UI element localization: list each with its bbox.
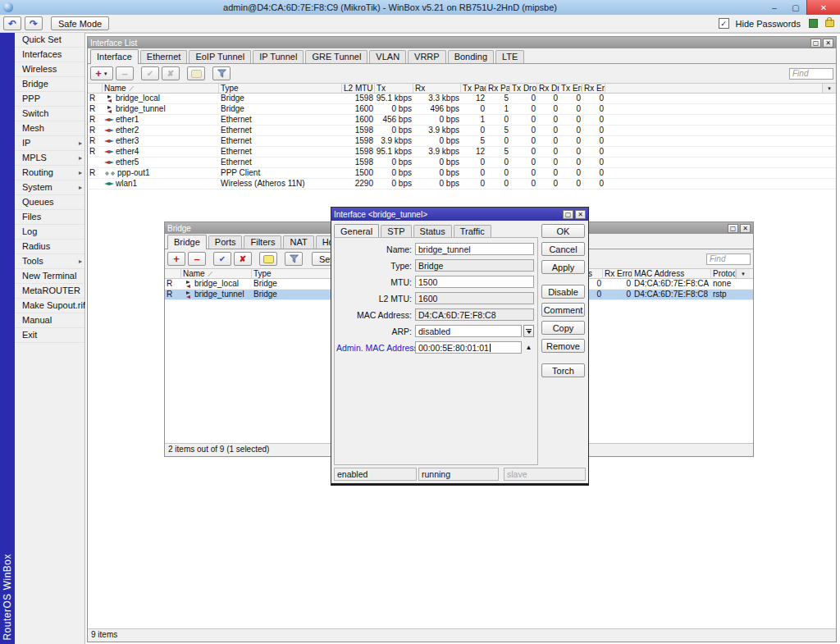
mtu-input[interactable]: 1500 <box>415 276 534 288</box>
filter-button[interactable] <box>285 252 303 266</box>
column-rx-packets[interactable]: Rx Pac... <box>486 84 510 93</box>
tab-traffic[interactable]: Traffic <box>454 225 491 238</box>
close-icon[interactable]: ✕ <box>823 39 833 48</box>
add-button[interactable]: + <box>167 252 185 266</box>
column-rx-errors[interactable]: Rx Errors <box>603 269 632 278</box>
remove-button[interactable]: – <box>188 252 206 266</box>
sidebar-item-bridge[interactable]: Bridge <box>15 77 84 92</box>
table-row[interactable]: R ether3 Ethernet 1598 3.9 kbps 0 bps 5 … <box>88 136 836 147</box>
table-row[interactable]: wlan1 Wireless (Atheros 11N) 2290 0 bps … <box>88 179 836 190</box>
remove-button[interactable]: – <box>116 66 134 80</box>
redo-button[interactable]: ↷ <box>25 16 43 30</box>
arp-select[interactable]: disabled <box>415 325 522 337</box>
column-rx[interactable]: Rx <box>413 84 461 93</box>
table-row[interactable]: R ppp-out1 PPP Client 1500 0 bps 0 bps 0… <box>88 168 836 179</box>
column-type[interactable]: Type <box>219 84 342 93</box>
tab-gre-tunnel[interactable]: GRE Tunnel <box>305 50 368 63</box>
dialog-titlebar[interactable]: Interface <bridge_tunnel> ▢ ✕ <box>331 208 588 221</box>
table-row[interactable]: ether5 Ethernet 1598 0 bps 0 bps 0 0 0 0… <box>88 158 836 168</box>
restore-icon[interactable]: ▢ <box>563 210 573 219</box>
column-tx[interactable]: Tx <box>375 84 413 93</box>
tab-stp[interactable]: STP <box>381 225 411 238</box>
tab-vlan[interactable]: VLAN <box>369 50 406 63</box>
tab-eoip-tunnel[interactable]: EoIP Tunnel <box>189 50 251 63</box>
copy-button[interactable]: Copy <box>541 321 585 335</box>
torch-button[interactable]: Torch <box>541 363 585 377</box>
sidebar-item-routing[interactable]: Routing▸ <box>15 166 84 180</box>
disable-button[interactable]: ✘ <box>234 252 252 266</box>
tab-ip-tunnel[interactable]: IP Tunnel <box>253 50 304 63</box>
close-icon[interactable]: ✕ <box>740 224 751 233</box>
remove-button[interactable]: Remove <box>541 339 585 353</box>
tab-bonding[interactable]: Bonding <box>448 50 494 63</box>
tab-ports[interactable]: Ports <box>208 235 243 249</box>
tab-nat[interactable]: NAT <box>283 235 313 249</box>
column-mac-address[interactable]: MAC Address <box>632 269 711 278</box>
column-rx-errors[interactable]: Rx Errors <box>582 84 605 93</box>
close-icon[interactable]: ✕ <box>575 210 586 219</box>
sidebar-item-switch[interactable]: Switch <box>15 107 84 121</box>
table-row[interactable]: R bridge_tunnel Bridge 1600 0 bps 496 bp… <box>88 104 836 115</box>
enable-button[interactable]: ✔ <box>213 252 231 266</box>
column-l2mtu[interactable]: L2 MTU <box>342 84 375 93</box>
sidebar-item-system[interactable]: System▸ <box>15 180 84 195</box>
minimize-button[interactable]: – <box>764 0 785 15</box>
restore-icon[interactable]: ▢ <box>728 224 738 233</box>
cancel-button[interactable]: Cancel <box>541 242 585 256</box>
sidebar-item-wireless[interactable]: Wireless <box>15 62 84 77</box>
sidebar-item-manual[interactable]: Manual <box>15 313 84 328</box>
sidebar-item-mpls[interactable]: MPLS▸ <box>15 151 84 166</box>
sidebar-item-radius[interactable]: Radius <box>15 240 84 254</box>
apply-button[interactable]: Apply <box>541 260 585 274</box>
find-input[interactable] <box>789 68 833 80</box>
sidebar-item-tools[interactable]: Tools▸ <box>15 254 84 269</box>
comment-button[interactable]: Comment <box>541 303 585 317</box>
sidebar-item-exit[interactable]: Exit <box>15 328 84 343</box>
undo-button[interactable]: ↶ <box>3 16 21 30</box>
tab-vrrp[interactable]: VRRP <box>408 50 446 63</box>
table-row[interactable]: R ether1 Ethernet 1600 456 bps 0 bps 1 0… <box>88 115 836 126</box>
column-tx-errors[interactable]: Tx Errors <box>559 84 582 93</box>
column-name[interactable]: Name⁄ <box>181 269 252 278</box>
comment-button[interactable] <box>259 252 277 266</box>
table-row[interactable]: R bridge_local Bridge 1598 95.1 kbps 3.3… <box>88 94 836 104</box>
enable-button[interactable]: ✔ <box>141 66 159 80</box>
sidebar-item-mesh[interactable]: Mesh <box>15 121 84 136</box>
interface-list-titlebar[interactable]: Interface List ▢ ✕ <box>88 37 836 48</box>
sidebar-item-ip[interactable]: IP▸ <box>15 136 84 151</box>
sidebar-item-make-supout[interactable]: Make Supout.rif <box>15 299 84 313</box>
hide-passwords-checkbox[interactable]: ✓ <box>719 18 729 29</box>
column-flag[interactable] <box>165 269 181 278</box>
sidebar-item-new-terminal[interactable]: New Terminal <box>15 269 84 284</box>
column-tx-drops[interactable]: Tx Drops <box>510 84 537 93</box>
safe-mode-button[interactable]: Safe Mode <box>51 16 109 30</box>
disable-button[interactable]: ✘ <box>162 66 180 80</box>
name-input[interactable]: bridge_tunnel <box>415 243 534 255</box>
tab-bridge[interactable]: Bridge <box>167 235 207 249</box>
disable-button[interactable]: Disable <box>541 285 585 299</box>
sidebar-item-metarouter[interactable]: MetaROUTER <box>15 284 84 299</box>
column-menu-icon[interactable]: ▼ <box>736 269 750 278</box>
find-input[interactable] <box>706 253 751 265</box>
table-row[interactable]: R ether4 Ethernet 1598 95.1 kbps 3.9 kbp… <box>88 147 836 158</box>
add-button[interactable]: +▼ <box>90 66 113 80</box>
unset-arrow-icon[interactable]: ▲ <box>523 344 534 351</box>
filter-button[interactable] <box>212 66 231 80</box>
column-tx-packets[interactable]: Tx Pac... <box>461 84 486 93</box>
column-protocol[interactable]: Protoco... <box>711 269 736 278</box>
close-button[interactable]: ✕ <box>806 0 840 15</box>
column-flag[interactable] <box>88 84 103 93</box>
table-row[interactable]: R ether2 Ethernet 1598 0 bps 3.9 kbps 0 … <box>88 126 836 136</box>
restore-button[interactable]: ▢ <box>785 0 806 15</box>
column-rx-drops[interactable]: Rx Drops <box>537 84 559 93</box>
sidebar-item-ppp[interactable]: PPP <box>15 92 84 107</box>
tab-status[interactable]: Status <box>413 225 452 238</box>
comment-button[interactable] <box>187 66 205 80</box>
arp-dropdown-button[interactable] <box>523 325 534 337</box>
sidebar-item-log[interactable]: Log <box>15 225 84 240</box>
ok-button[interactable]: OK <box>541 224 585 238</box>
restore-icon[interactable]: ▢ <box>810 39 821 48</box>
sidebar-item-interfaces[interactable]: Interfaces <box>15 48 84 62</box>
tab-interface[interactable]: Interface <box>90 49 139 64</box>
column-name[interactable]: Name⁄ <box>103 84 219 93</box>
